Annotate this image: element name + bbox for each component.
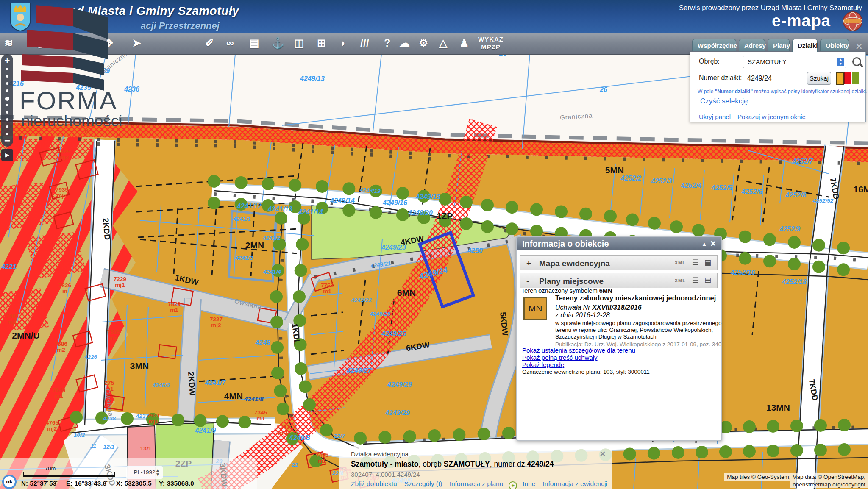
emapa-brand: e-mapa (772, 12, 831, 30)
swatch-red[interactable] (844, 72, 851, 84)
map-label: 6MN (397, 288, 416, 297)
download-marker-icon[interactable]: ⚓ (271, 37, 284, 49)
swatch-green[interactable] (852, 72, 859, 84)
clear-selection-link[interactable]: Czyść selekcję (700, 97, 748, 106)
wykaz-mpzp-button[interactable]: WYKAZMPZP (478, 36, 504, 51)
crs-selector[interactable]: PL-1992 ▲▼ (126, 466, 163, 479)
search-icon[interactable] (852, 57, 861, 66)
tab-obiekty[interactable]: Obiekty (820, 39, 849, 51)
tab-współrzędne[interactable]: Współrzędne (692, 39, 736, 51)
map-label: 4241/14 (298, 208, 323, 216)
tab-plany[interactable]: Plany (768, 39, 790, 51)
copyright-line2[interactable]: openstreetmap.org/copyright (790, 481, 868, 488)
map-label: 2KDW (186, 372, 197, 396)
app: 42164235423642394249/132526GranicznaGran… (0, 0, 868, 489)
zoom-level-dot[interactable] (6, 133, 8, 135)
tab-adresy[interactable]: Adresy (739, 39, 765, 51)
map-label: 5MN (605, 165, 624, 175)
expand-toolbar-button[interactable]: ▶ (1, 149, 13, 161)
map-label: 7229mj1 (114, 276, 126, 288)
info-popup-header[interactable]: Informacja o obiekcie ▲ ✕ (517, 237, 721, 250)
zoom-in-button[interactable]: + (1, 55, 13, 66)
zoom-level-dot[interactable] (6, 125, 8, 128)
zoom-level-dot[interactable] (6, 68, 8, 70)
zoom-level-dot[interactable] (6, 111, 8, 114)
map-label: 4250 (467, 247, 483, 254)
minimize-icon[interactable]: ▲ (701, 241, 707, 247)
duplicate-window-icon[interactable]: ◫ (294, 37, 304, 49)
link-ustalenia[interactable]: Pokaż ustalenia szczegółowe dla terenu (522, 347, 635, 354)
map-label: 4226 (84, 354, 97, 360)
xml-icon[interactable]: XML (675, 278, 686, 283)
link-szczegoly[interactable]: Szczegóły (I) (404, 480, 442, 487)
map-label: 10/2 (74, 432, 85, 438)
map-label: 4249/14 (330, 197, 355, 204)
link-informacja-plan[interactable]: Informacja z planu (450, 480, 504, 487)
ok-indicator[interactable]: ok (2, 475, 17, 489)
swatch-yellow[interactable] (836, 72, 844, 85)
link-legenda[interactable]: Pokaż legendę (522, 361, 564, 368)
layout-icon[interactable]: ⊞ (317, 37, 326, 49)
personal-info-icon[interactable]: ♟ (459, 37, 469, 49)
map-label: 4241/9 (195, 427, 216, 434)
map-label: 7227mj2 (210, 316, 223, 328)
info-popup-body: Teren oznaczony symbolem 6MN MN Tereny z… (521, 287, 719, 294)
szukaj-button[interactable]: Szukaj (807, 72, 831, 85)
layers-icon[interactable]: ≋ (4, 37, 13, 49)
obreb-select[interactable]: SZAMOTUŁY ▲▼ (743, 56, 846, 68)
help-icon[interactable]: ? (384, 37, 390, 49)
panel-divider (694, 110, 862, 110)
plus-icon[interactable]: + (509, 481, 517, 489)
tab-działki[interactable]: Działki (792, 39, 818, 52)
map-label: 4249/18 (415, 193, 440, 200)
xml-icon[interactable]: XML (675, 260, 686, 265)
measure-icon[interactable]: ✐ (205, 37, 214, 49)
zoom-level-dot[interactable] (6, 104, 8, 106)
map-label: 4249/23 (381, 244, 406, 251)
search-panel: Obręb: SZAMOTUŁY ▲▼ Numer działki: 4249/… (690, 52, 866, 122)
zoom-level-dot[interactable] (6, 89, 8, 92)
list-icon[interactable]: ☰ (692, 276, 698, 285)
settings-icon[interactable]: ⚙ (419, 37, 428, 49)
section-mapa-ewidencyjna[interactable]: + Mapa ewidencyjna XML ☰ ▤ (520, 255, 718, 270)
print-icon[interactable]: ▤ (249, 37, 259, 49)
map-label: 7931mj1 (147, 412, 160, 425)
zoom-level-dot[interactable] (5, 97, 9, 101)
zoom-level-dot[interactable] (6, 82, 8, 85)
parcel-popup-close-icon[interactable]: ✕ (600, 450, 606, 458)
single-window-link[interactable]: Pokazuj w jednym oknie (737, 113, 806, 120)
map-label: 4252/18 (782, 278, 807, 286)
map-label: 4249/5 (289, 434, 311, 442)
map-label: 4252/8 (785, 192, 807, 199)
hatch-lines-icon[interactable]: /// (360, 37, 369, 49)
link-icon[interactable]: ∞ (226, 37, 234, 49)
parcel-number-input[interactable]: 4249/24 (743, 72, 804, 85)
link-informacja-ewidencja[interactable]: Informacja z ewidencji (543, 480, 607, 487)
zoom-level-dot[interactable] (6, 118, 8, 121)
list-icon[interactable]: ☰ (692, 258, 698, 267)
polygon-select-icon[interactable]: ◗ (340, 37, 346, 49)
select-icon[interactable]: ➤ (132, 37, 141, 49)
map-label: 12/1 (103, 444, 114, 450)
map-label: 4252/52 (812, 197, 834, 204)
close-icon[interactable]: ✕ (710, 239, 716, 248)
cloud-upload-icon[interactable]: ☁ (399, 37, 410, 49)
link-zbliz[interactable]: Zbliż do obiektu (351, 480, 397, 487)
prism-view-icon[interactable]: △ (439, 37, 447, 49)
link-inne[interactable]: Inne (523, 480, 535, 487)
section-plany-miejscowe[interactable]: - Plany miejscowe XML ☰ ▤ (520, 273, 718, 288)
coordinates-readout: N: 52°37´53˝ E: 16°33´43.8˝ X: 532305.5 … (21, 480, 194, 487)
link-uchwala[interactable]: Pokaż pełną treść uchwały (522, 354, 598, 361)
hint-text: W pole "Numer działki" można wpisać pełn… (698, 89, 867, 94)
print-icon[interactable]: ▤ (704, 258, 711, 267)
print-icon[interactable]: ▤ (704, 276, 711, 285)
zoom-bar[interactable]: + − (1, 54, 13, 147)
hide-panel-link[interactable]: Ukryj panel (699, 113, 731, 120)
select-spinner-icon[interactable]: ▲▼ (837, 58, 844, 66)
map-label: 4221 (1, 263, 17, 270)
map-label: 4249/20 (408, 209, 433, 217)
map-label: 11 (90, 443, 96, 449)
zoom-out-button[interactable]: − (1, 135, 13, 147)
zoom-level-dot[interactable] (6, 75, 8, 78)
panel-close-icon[interactable]: ✕ (855, 42, 863, 52)
